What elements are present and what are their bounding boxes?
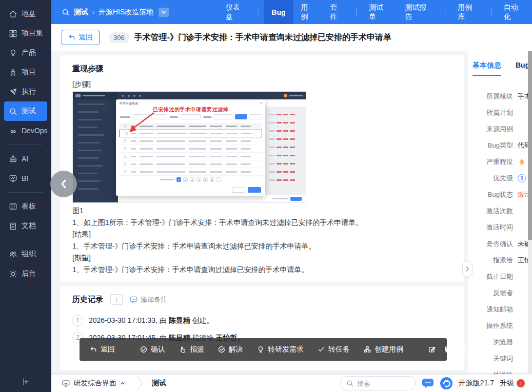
- top-navbar: 测试 › 开源HIS改造落地 仪表盘 Bug 用例 套件 测试单 测试报告 用例…: [51, 0, 532, 24]
- tab-caselib[interactable]: 用例库: [450, 0, 486, 24]
- action-toolbar: 返回 确认 指派 解决 转研发需求 转任务 创建用例: [80, 338, 447, 361]
- steps-tag: [步骤]: [72, 78, 464, 90]
- toolbar-assign-button[interactable]: 指派: [179, 345, 204, 354]
- figure-mini-sidebar: [73, 99, 118, 202]
- global-search[interactable]: [340, 376, 416, 390]
- infinity-icon: ∞: [9, 127, 17, 135]
- add-note-button[interactable]: 添加备注: [130, 295, 167, 304]
- sidebar-item-label: 文档: [22, 221, 36, 231]
- tab-bug[interactable]: Bug: [264, 0, 293, 24]
- history-collapse-button[interactable]: ↑: [110, 294, 123, 305]
- current-app-label[interactable]: 测试: [152, 379, 166, 388]
- menu-divider: [259, 9, 259, 16]
- toolbar-edit-button[interactable]: [428, 346, 436, 353]
- sidebar-item-execution[interactable]: 执行: [4, 82, 47, 101]
- zentao-logo[interactable]: [440, 377, 453, 390]
- upgrade-link[interactable]: 升级 ↑: [500, 379, 525, 388]
- sidebar-item-label: 后台: [22, 269, 36, 278]
- severity-flame-icon: 3: [518, 158, 526, 166]
- top-menu: 仪表盘 Bug 用例 套件 测试单 测试报告 用例库 自动化: [218, 0, 532, 24]
- dart-icon: [9, 88, 17, 96]
- figure-modal-buttons: [232, 187, 261, 193]
- search-input[interactable]: [357, 380, 408, 387]
- sidebar-item-admin[interactable]: 后台: [4, 264, 47, 283]
- toolbar-copy-button[interactable]: [444, 346, 451, 353]
- sidebar-item-qa[interactable]: 测试: [4, 101, 47, 121]
- back-button[interactable]: 返回: [62, 30, 100, 45]
- sidebar-collapse-button[interactable]: [0, 375, 51, 389]
- workspace-switcher[interactable]: 研发综合界面: [62, 379, 125, 388]
- figure-bottom-strip: [118, 195, 306, 202]
- feedback-chat-icon[interactable]: [422, 378, 434, 388]
- result-line: 1、手术管理-》门诊手术安排：手术申请查询未过滤掉已安排的手术申请单。: [72, 240, 464, 252]
- toolbar-resolve-button[interactable]: 解决: [218, 345, 243, 354]
- grid-icon: [9, 29, 17, 38]
- sidebar-item-ai[interactable]: AI: [4, 149, 47, 169]
- figure-background-table: [269, 110, 305, 192]
- search-icon: [346, 380, 353, 387]
- sidebar-item-project[interactable]: 项目: [4, 63, 47, 82]
- trash-icon: [460, 346, 467, 353]
- sidebar-item-label: 产品: [22, 48, 36, 57]
- tab-case[interactable]: 用例: [293, 0, 323, 24]
- tab-basic-info[interactable]: 基本信息: [472, 61, 501, 76]
- section-title-steps: 重现步骤: [60, 55, 464, 78]
- sidebar-item-org[interactable]: 组织: [4, 244, 47, 264]
- panel-expander-button[interactable]: [462, 261, 472, 277]
- bug-fields: 所属模块手术管理 所属计划 来源用例 Bug类型代码错误 严重程度 3 优先级 …: [468, 88, 532, 383]
- bulb-icon: [9, 49, 17, 57]
- bottom-status-bar: 研发综合界面 测试 开源版21.7 升级 ↑: [51, 374, 532, 392]
- sidebar-item-devops[interactable]: ∞ DevOps: [4, 121, 47, 140]
- sidebar-item-program[interactable]: 项目集: [4, 24, 47, 43]
- bug-id-badge: 306: [109, 32, 129, 43]
- expect-line: 1、手术管理-》门诊手术安排：手术申请查询过滤掉已安排的手术申请单。: [72, 264, 464, 276]
- figure-mini-topbar: [73, 92, 306, 99]
- tab-testtask[interactable]: 测试单: [361, 0, 397, 24]
- toolbar-to-task-button[interactable]: 转任务: [318, 345, 350, 354]
- tab-suite[interactable]: 套件: [322, 0, 351, 24]
- sidebar-item-kanban[interactable]: 看板: [4, 197, 47, 216]
- bug-info-panel: 基本信息 Bug的一生 所属模块手术管理 所属计划 来源用例 Bug类型代码错误…: [468, 51, 532, 373]
- bug-title: 手术管理-》门诊手术安排：手术申请查询未过滤掉已安排的手术申请单: [134, 32, 391, 43]
- figure-topbar-icons: [122, 95, 141, 97]
- bug-screenshot-figure[interactable]: 手术申请查询 × 已安排过的手术申请需要过滤掉: [72, 91, 306, 203]
- history-entry: 1 2026-03-30 17:01:33, 由 陈显精 创建。: [72, 315, 464, 326]
- chevron-up-icon: [120, 381, 125, 386]
- lightbulb-icon: [257, 346, 264, 353]
- sidebar-item-label: 看板: [22, 202, 36, 211]
- project-dropdown-button[interactable]: [159, 8, 169, 17]
- sidebar-divider: [8, 145, 43, 145]
- sidebar-item-label: 执行: [22, 87, 36, 96]
- result-tag: [结果]: [72, 229, 464, 240]
- menu-divider: [356, 9, 357, 16]
- toolbar-confirm-button[interactable]: 确认: [140, 345, 165, 354]
- sidebar-item-label: 项目集: [22, 29, 43, 38]
- figure-user-avatar: [284, 94, 303, 97]
- hand-pointer-icon: [179, 346, 186, 353]
- edit-icon: [428, 346, 436, 353]
- qa-app-icon: [62, 8, 70, 16]
- content-collapse-button[interactable]: [50, 171, 77, 197]
- toolbar-delete-button[interactable]: [460, 346, 467, 353]
- panel-scrollbar-thumb[interactable]: [528, 51, 532, 240]
- upgrade-badge-icon: ↑: [517, 379, 525, 387]
- breadcrumb: 测试 › 开源HIS改造落地: [62, 0, 169, 24]
- toolbar-create-case-button[interactable]: 创建用例: [364, 345, 403, 354]
- tab-automation[interactable]: 自动化: [496, 0, 532, 24]
- breadcrumb-project[interactable]: 开源HIS改造落地: [98, 8, 153, 17]
- tab-dashboard[interactable]: 仪表盘: [218, 0, 254, 24]
- tab-testreport[interactable]: 测试报告: [398, 0, 441, 24]
- check-circle-icon: [218, 346, 225, 353]
- sidebar-item-dipan[interactable]: 地盘: [4, 4, 47, 24]
- section-title-history: 历史记录: [72, 295, 103, 304]
- chevron-down-icon: [161, 10, 166, 15]
- sidebar-item-bi[interactable]: BI: [4, 169, 47, 188]
- breadcrumb-app[interactable]: 测试: [74, 8, 88, 17]
- sidebar-item-doc[interactable]: 文档: [4, 216, 47, 236]
- toolbar-to-story-button[interactable]: 转研发需求: [257, 345, 304, 354]
- sidebar-item-label: 组织: [22, 250, 36, 259]
- back-arrow-icon: [90, 346, 97, 353]
- chevron-right-icon: [465, 266, 469, 272]
- toolbar-back-button[interactable]: 返回: [90, 345, 115, 354]
- sidebar-item-product[interactable]: 产品: [4, 43, 47, 63]
